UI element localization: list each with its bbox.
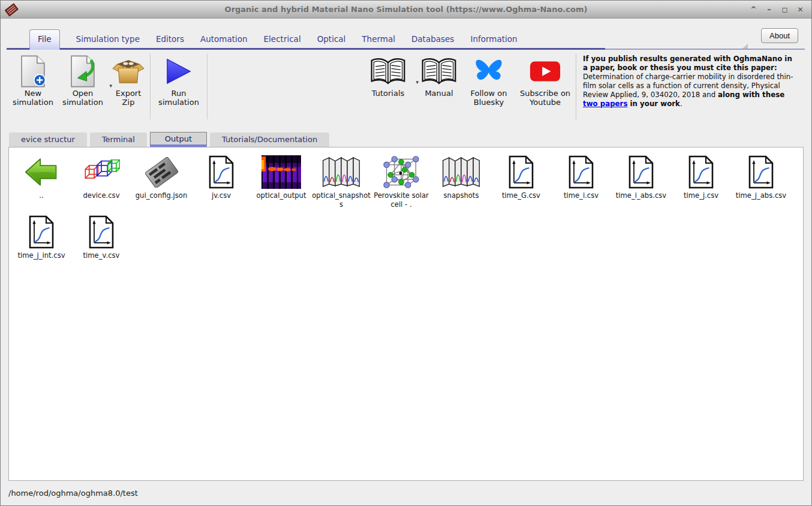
ribbon-menubar: File Simulation type Editors Automation … [1, 19, 811, 50]
bluesky-label: Follow on Bluesky [461, 89, 516, 107]
file-item-time-j-csv[interactable]: time_j.csv [671, 153, 731, 209]
csv-plot-icon [28, 213, 55, 251]
youtube-label: Subscribe on Youtube [516, 89, 574, 107]
citation-text: If you publish results generated with Og… [583, 55, 795, 109]
menu-tab-editors[interactable]: Editors [156, 30, 184, 50]
csv-plot-icon [627, 153, 655, 191]
heatmap-icon [261, 153, 301, 191]
file-grid: .. device.csv gui_config.json jv.csv [11, 153, 801, 264]
current-path: /home/rod/oghma/oghma8.0/test [8, 489, 138, 498]
minimize-window-icon[interactable]: – [764, 5, 774, 14]
file-item-gui-config-json[interactable]: gui_config.json [131, 153, 191, 209]
menu-tab-databases[interactable]: Databases [411, 30, 454, 50]
chip-icon [143, 153, 180, 191]
csv-plot-icon [207, 153, 235, 191]
export-zip-box-icon [112, 54, 145, 89]
youtube-icon [529, 54, 561, 89]
app-logo-icon [4, 2, 19, 17]
export-zip-label: Export Zip [109, 89, 148, 107]
file-item-time-j-abs-csv[interactable]: time_j_abs.csv [731, 153, 791, 209]
citation-bold-intro: If you publish results generated with Og… [583, 55, 792, 72]
run-simulation-button[interactable]: Run simulation [152, 54, 205, 107]
export-zip-button[interactable]: Export Zip [109, 54, 148, 107]
tab-terminal[interactable]: Terminal [90, 132, 147, 147]
maximize-window-icon[interactable]: ◻ [780, 5, 790, 14]
csv-plot-icon [88, 213, 115, 251]
citation-bold-end: in your work [627, 100, 679, 108]
open-simulation-button[interactable]: ▾ Open simulation [57, 54, 109, 107]
about-button[interactable]: About [761, 28, 798, 43]
file-item-optical-output[interactable]: optical_output [251, 153, 311, 209]
menu-tab-electrical[interactable]: Electrical [264, 30, 301, 50]
file-item-time-g-csv[interactable]: time_G.csv [491, 153, 551, 209]
manual-label: Manual [425, 89, 453, 98]
up-arrow-icon [24, 153, 59, 191]
menu-tab-information[interactable]: Information [470, 30, 517, 50]
wireframe-cubes-icon [83, 153, 120, 191]
file-item-device-csv[interactable]: device.csv [71, 153, 131, 209]
statusbar: /home/rod/oghma/oghma8.0/test [1, 481, 811, 505]
file-item-jv-csv[interactable]: jv.csv [191, 153, 251, 209]
titlebar: Organic and hybrid Material Nano Simulat… [1, 1, 811, 19]
new-simulation-label: New simulation [9, 89, 57, 107]
tutorials-book-icon [370, 54, 406, 89]
new-simulation-icon [19, 54, 47, 89]
bluesky-button[interactable]: Follow on Bluesky [461, 54, 516, 107]
file-item-up-dir[interactable]: .. [11, 153, 71, 209]
bluesky-butterfly-icon [473, 54, 505, 89]
citation-suffix: . [680, 100, 682, 108]
file-item-snapshots[interactable]: snapshots [431, 153, 491, 209]
file-ribbon-toolbar: New simulation ▾ Open simulation Export … [1, 50, 811, 125]
open-simulation-icon [68, 54, 97, 89]
new-simulation-button[interactable]: New simulation [9, 54, 57, 107]
tab-tutorials-documentation[interactable]: Tutorials/Documentation [210, 132, 329, 147]
manual-book-icon [421, 54, 457, 89]
run-simulation-label: Run simulation [152, 89, 205, 107]
close-window-icon[interactable]: ✕ [795, 5, 805, 14]
csv-plot-icon [507, 153, 535, 191]
toolbar-separator [150, 54, 151, 119]
toolbar-separator [207, 54, 207, 119]
window-title: Organic and hybrid Material Nano Simulat… [1, 5, 811, 14]
menu-tab-simulation-type[interactable]: Simulation type [76, 30, 140, 50]
menu-tab-thermal[interactable]: Thermal [362, 30, 395, 50]
toolbar-separator [576, 54, 576, 119]
app-window: Organic and hybrid Material Nano Simulat… [0, 0, 812, 506]
output-file-browser: .. device.csv gui_config.json jv.csv [8, 147, 804, 481]
shade-window-icon[interactable]: ^ [748, 5, 759, 14]
manual-button[interactable]: Manual [417, 54, 461, 98]
file-item-time-i-csv[interactable]: time_i.csv [551, 153, 611, 209]
snapshots-icon [441, 153, 482, 191]
open-simulation-label: Open simulation [57, 89, 109, 107]
two-papers-link[interactable]: two papers [583, 100, 627, 108]
perovskite-crystal-icon [383, 153, 419, 191]
tab-output[interactable]: Output [150, 132, 207, 147]
youtube-button[interactable]: Subscribe on Youtube [516, 54, 574, 107]
tab-device-structure[interactable]: evice structur [9, 132, 87, 147]
csv-plot-icon [567, 153, 595, 191]
file-item-perovskite-solar-cell[interactable]: Perovskite solar cell - . [371, 153, 431, 209]
citation-bold-mid: along with these [718, 91, 784, 99]
menu-underline-light [605, 49, 805, 50]
file-item-time-i-abs-csv[interactable]: time_i_abs.csv [611, 153, 671, 209]
menu-tab-automation[interactable]: Automation [200, 30, 248, 50]
file-item-time-v-csv[interactable]: time_v.csv [71, 213, 131, 260]
csv-plot-icon [687, 153, 715, 191]
menu-tab-file[interactable]: File [29, 29, 60, 50]
menu-tab-optical[interactable]: Optical [317, 30, 346, 50]
file-item-optical-snapshots[interactable]: optical_snapshots [311, 153, 371, 209]
csv-plot-icon [747, 153, 775, 191]
run-simulation-play-icon [165, 54, 193, 89]
tutorials-button[interactable]: ▾ Tutorials [359, 54, 417, 98]
snapshots-icon [321, 153, 362, 191]
tutorials-label: Tutorials [372, 89, 405, 98]
document-tabbar: evice structur Terminal Output Tutorials… [1, 125, 811, 147]
menu-underline [7, 48, 605, 50]
file-item-time-j-int-csv[interactable]: time_j_int.csv [11, 213, 71, 260]
